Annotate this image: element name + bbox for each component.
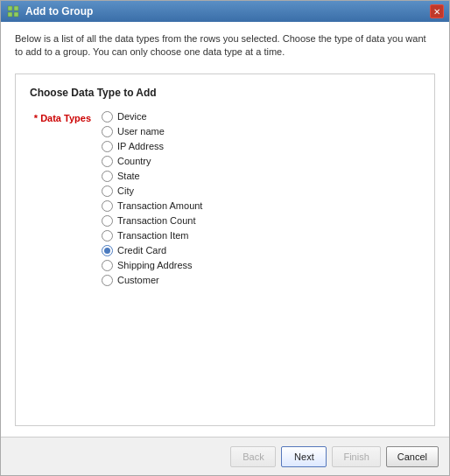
radio-input-country[interactable] xyxy=(102,156,113,167)
radio-label-transaction_count: Transaction Count xyxy=(117,215,195,226)
radio-item-state[interactable]: State xyxy=(102,171,202,182)
form-row: * Data Types DeviceUser nameIP AddressCo… xyxy=(30,111,420,286)
svg-rect-2 xyxy=(8,12,12,17)
next-button[interactable]: Next xyxy=(281,446,327,467)
title-bar: Add to Group ✕ xyxy=(1,1,449,22)
radio-input-credit_card[interactable] xyxy=(102,245,113,256)
svg-rect-0 xyxy=(8,6,12,10)
field-label: * Data Types xyxy=(30,111,91,123)
radio-input-transaction_item[interactable] xyxy=(102,230,113,242)
radio-input-transaction_amount[interactable] xyxy=(102,200,113,212)
group-icon xyxy=(6,4,20,18)
field-name-text: Data Types xyxy=(40,113,91,123)
radio-label-credit_card: Credit Card xyxy=(117,245,166,256)
finish-button[interactable]: Finish xyxy=(332,446,380,467)
title-bar-left: Add to Group xyxy=(6,4,93,18)
main-content: Below is a list of all the data types fr… xyxy=(1,22,449,437)
radio-group: DeviceUser nameIP AddressCountryStateCit… xyxy=(102,111,202,286)
radio-item-device[interactable]: Device xyxy=(102,111,202,122)
window: Add to Group ✕ Below is a list of all th… xyxy=(0,0,450,476)
radio-input-username[interactable] xyxy=(102,126,113,137)
svg-rect-3 xyxy=(14,12,18,17)
radio-item-country[interactable]: Country xyxy=(102,156,202,167)
cancel-button[interactable]: Cancel xyxy=(386,446,439,467)
radio-label-ipaddress: IP Address xyxy=(117,141,164,151)
radio-input-city[interactable] xyxy=(102,186,113,197)
radio-label-country: Country xyxy=(117,156,151,166)
radio-item-city[interactable]: City xyxy=(102,186,202,197)
radio-input-transaction_count[interactable] xyxy=(102,215,113,227)
radio-label-city: City xyxy=(117,186,134,196)
radio-item-transaction_item[interactable]: Transaction Item xyxy=(102,230,202,242)
radio-label-username: User name xyxy=(117,126,165,136)
radio-input-ipaddress[interactable] xyxy=(102,141,113,152)
window-title: Add to Group xyxy=(25,5,93,18)
radio-label-shipping_address: Shipping Address xyxy=(117,260,193,270)
radio-input-state[interactable] xyxy=(102,171,113,182)
radio-label-state: State xyxy=(117,171,140,181)
radio-item-username[interactable]: User name xyxy=(102,126,202,137)
radio-item-credit_card[interactable]: Credit Card xyxy=(102,245,202,256)
section-box: Choose Data Type to Add * Data Types Dev… xyxy=(15,74,435,426)
footer: Back Next Finish Cancel xyxy=(1,437,449,475)
svg-rect-1 xyxy=(14,6,18,10)
radio-label-device: Device xyxy=(117,111,147,122)
radio-item-transaction_count[interactable]: Transaction Count xyxy=(102,215,202,227)
description-text: Below is a list of all the data types fr… xyxy=(15,32,435,60)
radio-item-customer[interactable]: Customer xyxy=(102,275,202,286)
close-button[interactable]: ✕ xyxy=(430,4,444,18)
radio-label-transaction_amount: Transaction Amount xyxy=(117,200,202,211)
radio-label-transaction_item: Transaction Item xyxy=(117,230,189,241)
radio-input-device[interactable] xyxy=(102,111,113,122)
radio-input-shipping_address[interactable] xyxy=(102,260,113,271)
section-title: Choose Data Type to Add xyxy=(30,87,420,99)
back-button[interactable]: Back xyxy=(230,446,276,467)
radio-input-customer[interactable] xyxy=(102,275,113,286)
radio-item-shipping_address[interactable]: Shipping Address xyxy=(102,260,202,271)
radio-item-ipaddress[interactable]: IP Address xyxy=(102,141,202,152)
radio-item-transaction_amount[interactable]: Transaction Amount xyxy=(102,200,202,212)
radio-label-customer: Customer xyxy=(117,275,159,285)
